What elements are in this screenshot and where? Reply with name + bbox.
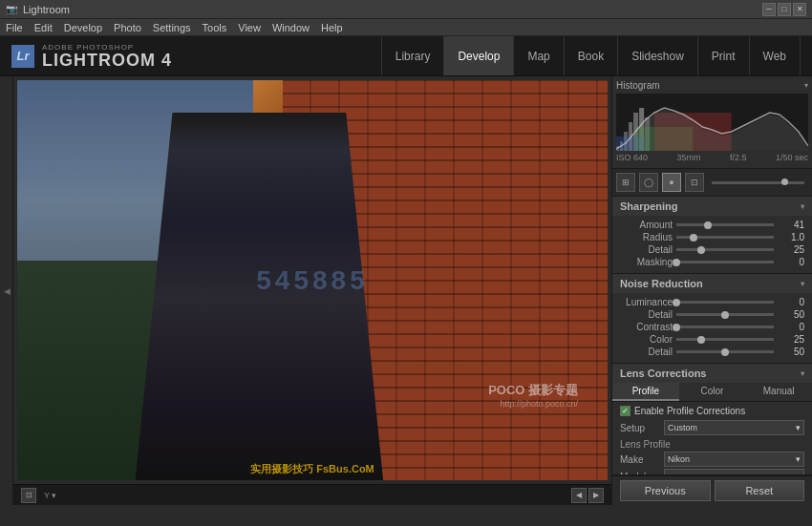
- masking-slider[interactable]: [676, 261, 774, 263]
- detail-sharp-label: Detail: [620, 244, 673, 255]
- filmstrip: ⊡ Y ▾ ◀ ▶: [13, 484, 611, 505]
- luminance-label: Luminance: [620, 297, 673, 307]
- menu-settings[interactable]: Settings: [153, 22, 191, 33]
- noise-reduction-collapse[interactable]: ▾: [801, 280, 804, 288]
- setup-dropdown[interactable]: Custom ▾: [664, 420, 804, 435]
- make-value: Nikon: [668, 454, 690, 464]
- setup-label: Setup: [620, 423, 660, 433]
- histogram-chart: [616, 94, 808, 151]
- left-panel[interactable]: ◀: [0, 76, 13, 505]
- tab-slideshow[interactable]: Slideshow: [617, 36, 697, 75]
- model-dropdown[interactable]: Nikon AF-S DX NIKKOR 35mm... ▾: [664, 469, 804, 475]
- right-panel: Histogram ▾: [611, 76, 812, 505]
- tab-book[interactable]: Book: [564, 36, 617, 75]
- logo-area: Lr ADOBE PHOTOSHOP LIGHTROOM 4: [11, 43, 172, 69]
- minimize-button[interactable]: ─: [762, 3, 776, 16]
- color-detail-slider[interactable]: [676, 350, 774, 353]
- amount-row: Amount 41: [620, 220, 804, 230]
- noise-reduction-section: Noise Reduction ▾ Luminance 0 Detail 50: [612, 274, 812, 364]
- lens-corrections-header[interactable]: Lens Corrections ▾: [612, 364, 812, 383]
- menu-edit[interactable]: Edit: [34, 22, 53, 33]
- filmstrip-prev[interactable]: ◀: [571, 488, 587, 503]
- noise-reduction-title: Noise Reduction: [620, 278, 703, 289]
- menu-tools[interactable]: Tools: [203, 22, 227, 33]
- title-bar: 📷 Lightroom ─ □ ✕: [0, 0, 812, 19]
- radius-value: 1.0: [778, 232, 804, 242]
- setup-value: Custom: [668, 423, 697, 432]
- tool-circle[interactable]: ◯: [639, 173, 658, 192]
- tab-develop[interactable]: Develop: [443, 36, 513, 75]
- reset-button[interactable]: Reset: [715, 480, 805, 501]
- lum-detail-slider[interactable]: [676, 313, 774, 316]
- tool-dot[interactable]: ●: [662, 173, 681, 192]
- xy-label[interactable]: Y ▾: [44, 491, 56, 500]
- radius-slider[interactable]: [676, 236, 774, 239]
- nav-tabs: Library Develop Map Book Slideshow Print…: [381, 36, 801, 75]
- menu-develop[interactable]: Develop: [64, 22, 102, 33]
- contrast-row: Contrast 0: [620, 322, 804, 332]
- left-panel-toggle[interactable]: ◀: [2, 286, 11, 296]
- menu-photo[interactable]: Photo: [114, 22, 141, 33]
- contrast-value: 0: [778, 322, 804, 332]
- lens-tab-color[interactable]: Color: [679, 383, 746, 401]
- menu-file[interactable]: File: [6, 22, 23, 33]
- luminance-slider[interactable]: [676, 301, 774, 304]
- make-dropdown[interactable]: Nikon ▾: [664, 452, 804, 467]
- detail-sharp-row: Detail 25: [620, 244, 804, 255]
- amount-slider[interactable]: [676, 223, 774, 226]
- previous-button[interactable]: Previous: [620, 480, 711, 501]
- luminance-row: Luminance 0: [620, 297, 804, 307]
- tool-slider-track[interactable]: [712, 181, 804, 184]
- histogram-meta: ISO 640 35mm f/2.5 1/50 sec: [616, 151, 808, 164]
- masking-label: Masking: [620, 257, 673, 267]
- color-value: 25: [778, 334, 804, 345]
- lens-tab-profile[interactable]: Profile: [612, 383, 679, 401]
- lum-detail-label: Detail: [620, 309, 673, 320]
- color-detail-value: 50: [778, 347, 804, 357]
- noise-reduction-header[interactable]: Noise Reduction ▾: [612, 274, 812, 293]
- detail-sharp-value: 25: [778, 244, 804, 255]
- color-slider[interactable]: [676, 338, 774, 341]
- filmstrip-next[interactable]: ▶: [588, 488, 604, 503]
- filmstrip-frame-btn[interactable]: ⊡: [21, 488, 36, 503]
- tab-map[interactable]: Map: [513, 36, 563, 75]
- lens-content: ✓ Enable Profile Corrections Setup Custo…: [612, 402, 812, 475]
- tab-web[interactable]: Web: [749, 36, 801, 75]
- app-name: LIGHTROOM 4: [42, 52, 172, 69]
- histogram-collapse-icon[interactable]: ▾: [804, 81, 808, 90]
- tool-grid[interactable]: ⊞: [616, 173, 635, 192]
- lens-corrections-section: Lens Corrections ▾ Profile Color Manual …: [612, 364, 812, 475]
- lens-tab-manual[interactable]: Manual: [745, 383, 812, 401]
- enable-profile-row: ✓ Enable Profile Corrections: [620, 406, 804, 416]
- amount-value: 41: [778, 220, 804, 230]
- tool-frame[interactable]: ⊡: [685, 173, 704, 192]
- maximize-button[interactable]: □: [778, 3, 791, 16]
- menu-help[interactable]: Help: [321, 22, 343, 33]
- sharpening-title: Sharpening: [620, 200, 678, 212]
- lum-detail-value: 50: [778, 309, 804, 320]
- title-bar-left: 📷 Lightroom: [6, 4, 70, 15]
- sharpening-header[interactable]: Sharpening ▾: [612, 197, 812, 216]
- window-title: Lightroom: [23, 4, 70, 15]
- model-row: Model Nikon AF-S DX NIKKOR 35mm... ▾: [620, 469, 804, 475]
- close-button[interactable]: ✕: [793, 3, 806, 16]
- enable-profile-checkbox[interactable]: ✓: [620, 406, 630, 416]
- menu-window[interactable]: Window: [272, 22, 310, 33]
- histogram-section: Histogram ▾: [612, 76, 812, 169]
- shutter-value: 1/50 sec: [776, 153, 808, 162]
- tab-print[interactable]: Print: [697, 36, 749, 75]
- contrast-slider[interactable]: [676, 326, 774, 328]
- lr-badge: Lr: [11, 45, 34, 68]
- detail-sharp-slider[interactable]: [676, 248, 774, 251]
- lens-tabs: Profile Color Manual: [612, 383, 812, 402]
- tab-library[interactable]: Library: [381, 36, 444, 75]
- contrast-label: Contrast: [620, 322, 673, 332]
- sharpening-collapse-icon[interactable]: ▾: [801, 202, 804, 211]
- panel-bottom-buttons: Previous Reset: [612, 475, 812, 505]
- title-bar-controls[interactable]: ─ □ ✕: [762, 3, 806, 16]
- histogram-header: Histogram ▾: [616, 80, 808, 91]
- masking-row: Masking 0: [620, 257, 804, 267]
- enable-profile-label: Enable Profile Corrections: [634, 406, 745, 416]
- lens-corrections-collapse[interactable]: ▾: [801, 369, 804, 378]
- menu-view[interactable]: View: [238, 22, 261, 33]
